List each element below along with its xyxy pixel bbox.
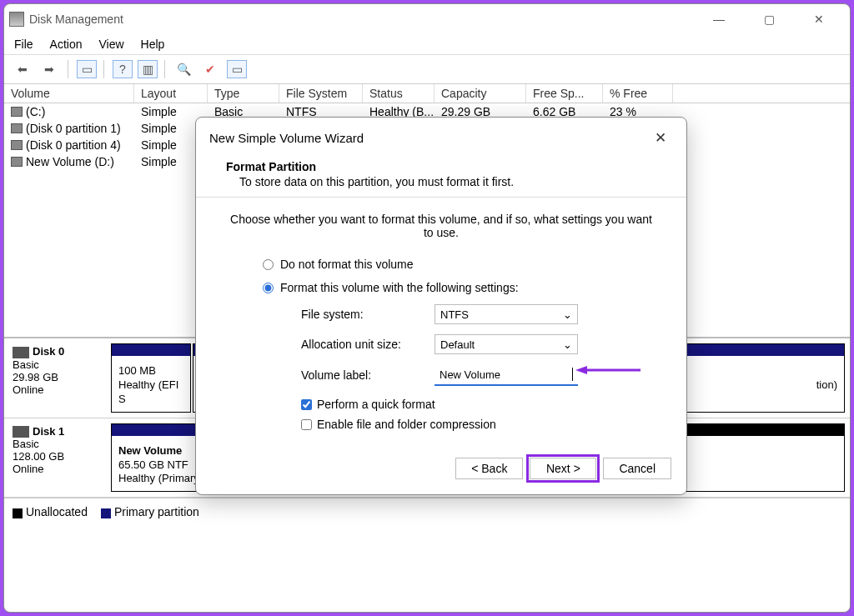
window-title: Disk Management bbox=[29, 13, 123, 26]
col-status[interactable]: Status bbox=[363, 84, 435, 103]
label-noformat: Do not format this volume bbox=[280, 258, 414, 271]
menu-bar: File Action View Help bbox=[4, 34, 850, 55]
back-button[interactable]: < Back bbox=[455, 458, 523, 479]
menu-file[interactable]: File bbox=[14, 38, 33, 51]
col-layout[interactable]: Layout bbox=[134, 84, 208, 103]
radio-format[interactable] bbox=[263, 283, 274, 293]
help-icon[interactable]: ? bbox=[113, 60, 133, 78]
volume-icon bbox=[11, 157, 23, 167]
dialog-title: New Simple Volume Wizard bbox=[209, 131, 364, 145]
checkbox-compression[interactable] bbox=[301, 419, 312, 430]
chevron-down-icon: ⌄ bbox=[563, 338, 572, 351]
disk-icon bbox=[13, 347, 29, 358]
col-fs[interactable]: File System bbox=[279, 84, 363, 103]
label-filesystem: File system: bbox=[301, 308, 435, 321]
dialog-subheading: To store data on this partition, you mus… bbox=[239, 175, 656, 188]
swatch-unallocated bbox=[13, 508, 23, 518]
label-quick-format: Perform a quick format bbox=[317, 398, 435, 411]
menu-help[interactable]: Help bbox=[141, 38, 165, 51]
chevron-down-icon: ⌄ bbox=[563, 308, 572, 321]
window-controls: — ▢ ✕ bbox=[703, 8, 845, 31]
title-bar: Disk Management — ▢ ✕ bbox=[4, 4, 850, 34]
diskmgmt-icon bbox=[9, 12, 24, 27]
volume-icon bbox=[11, 140, 23, 150]
close-button[interactable]: ✕ bbox=[803, 8, 835, 31]
label-format: Format this volume with the following se… bbox=[280, 281, 519, 294]
volume-icon bbox=[11, 123, 23, 133]
volume-list-header: Volume Layout Type File System Status Ca… bbox=[4, 84, 850, 103]
next-button[interactable]: Next > bbox=[530, 458, 596, 479]
dialog-prompt: Choose whether you want to format this v… bbox=[229, 213, 653, 239]
label-volume-label: Volume label: bbox=[301, 368, 435, 382]
label-allocation: Allocation unit size: bbox=[301, 338, 435, 351]
volume-icon bbox=[11, 107, 23, 117]
maximize-button[interactable]: ▢ bbox=[753, 8, 785, 31]
disk-icon bbox=[13, 426, 29, 438]
view-icon[interactable]: ▭ bbox=[227, 60, 247, 78]
disk-info: Disk 1 Basic 128.00 GB Online bbox=[9, 423, 108, 493]
separator bbox=[103, 60, 104, 78]
radio-noformat[interactable] bbox=[263, 259, 274, 270]
refresh-icon[interactable]: 🔍 bbox=[172, 58, 195, 80]
wizard-dialog: New Simple Volume Wizard ✕ Format Partit… bbox=[195, 117, 687, 495]
swatch-primary bbox=[101, 508, 111, 518]
disk-info: Disk 0 Basic 29.98 GB Online bbox=[9, 343, 108, 413]
col-pct[interactable]: % Free bbox=[603, 84, 673, 103]
back-button[interactable]: ⬅ bbox=[11, 58, 34, 80]
toolbar: ⬅ ➡ ▭ ? ▥ 🔍 ✔ ▭ bbox=[4, 55, 850, 84]
checkbox-quick-format[interactable] bbox=[301, 399, 312, 410]
col-volume[interactable]: Volume bbox=[4, 84, 134, 103]
separator bbox=[164, 60, 165, 78]
col-capacity[interactable]: Capacity bbox=[435, 84, 526, 103]
label-compression: Enable file and folder compression bbox=[317, 418, 496, 431]
legend: Unallocated Primary partition bbox=[4, 498, 850, 525]
dialog-heading: Format Partition bbox=[226, 160, 316, 173]
check-icon[interactable]: ✔ bbox=[198, 58, 222, 80]
menu-action[interactable]: Action bbox=[50, 38, 83, 51]
dialog-close-button[interactable]: ✕ bbox=[648, 126, 673, 150]
partition-efi[interactable]: 100 MBHealthy (EFI S bbox=[111, 343, 191, 413]
cancel-button[interactable]: Cancel bbox=[603, 458, 671, 479]
partition-bar bbox=[112, 344, 190, 356]
properties-icon[interactable]: ▭ bbox=[77, 60, 97, 78]
col-type[interactable]: Type bbox=[208, 84, 279, 103]
select-allocation[interactable]: Default⌄ bbox=[435, 334, 578, 354]
separator bbox=[68, 60, 68, 78]
menu-view[interactable]: View bbox=[98, 38, 123, 51]
select-filesystem[interactable]: NTFS⌄ bbox=[435, 304, 578, 324]
forward-button[interactable]: ➡ bbox=[38, 58, 61, 80]
minimize-button[interactable]: — bbox=[703, 8, 735, 31]
list-icon[interactable]: ▥ bbox=[138, 60, 158, 78]
input-volume-label[interactable]: New Volume bbox=[435, 364, 578, 386]
col-free[interactable]: Free Sp... bbox=[526, 84, 603, 103]
